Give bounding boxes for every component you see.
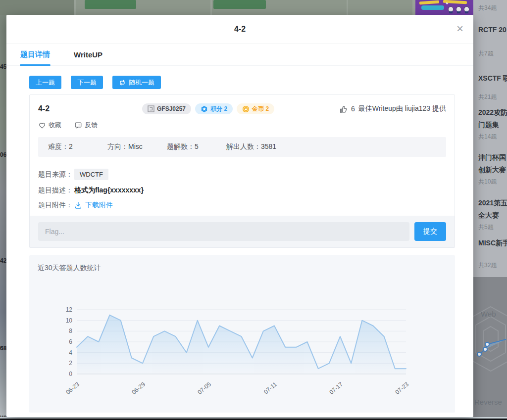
promo-character xyxy=(448,6,454,12)
stat-category: 方向：Misc xyxy=(107,142,167,151)
background-card xyxy=(348,0,412,15)
tab-writeup[interactable]: WriteUP xyxy=(73,44,103,65)
favorite-button[interactable]: 收藏 xyxy=(38,121,61,130)
promo-card-thumbnail: ✦ xyxy=(415,0,473,15)
description-value: 格式为flag{xxxxxxxx} xyxy=(74,186,144,195)
writeup-credit-row: 6 最佳Writeup由 liujia123 提供 xyxy=(339,104,446,113)
modal-title: 4-2 xyxy=(234,25,246,34)
writeup-credit: 最佳Writeup由 liujia123 提供 xyxy=(358,104,446,113)
feedback-chat-icon xyxy=(74,121,82,129)
download-icon xyxy=(74,201,82,209)
svg-text:10: 10 xyxy=(66,317,73,324)
challenge-stats-bar: 难度：2 方向：Misc 题解数：5 解出人数：3581 xyxy=(38,137,446,157)
svg-text:07-05: 07-05 xyxy=(196,380,212,396)
source-row: 题目来源： WDCTF xyxy=(38,169,446,180)
like-count: 6 xyxy=(351,105,355,113)
challenge-nav-row: 上一题 下一题 随机一题 xyxy=(29,76,455,89)
svg-text:6: 6 xyxy=(69,338,72,345)
challenge-meta: 题目来源： WDCTF 题目描述： 格式为flag{xxxxxxxx} 题目附件… xyxy=(30,157,455,216)
source-badge: WDCTF xyxy=(74,169,108,180)
thumbs-up-icon[interactable] xyxy=(339,104,348,113)
background-category-sidebar: 共34题RCTF 20共7题XSCTF 联共21题2022攻防门题集共14题津门… xyxy=(473,0,507,277)
sidebar-category-title: RCTF 20 xyxy=(478,26,507,34)
attachment-label: 题目附件： xyxy=(38,201,73,210)
svg-text:07-11: 07-11 xyxy=(262,380,278,395)
flag-submit-strip: 提交 xyxy=(30,216,455,247)
svg-text:07-23: 07-23 xyxy=(394,380,410,396)
sidebar-category-count: 共5题 xyxy=(478,223,507,232)
promo-character xyxy=(464,6,469,12)
stat-writeups: 题解数：5 xyxy=(167,142,226,151)
background-text-fragment: 68 xyxy=(0,345,6,352)
source-label: 题目来源： xyxy=(38,170,73,179)
challenge-code-badge: GFSJ0257 xyxy=(142,103,191,114)
sidebar-category-title: 创新大赛 xyxy=(478,166,507,175)
prev-question-button[interactable]: 上一题 xyxy=(29,76,61,89)
sidebar-category-count: 共34题 xyxy=(478,4,507,12)
tab-bar: 题目详情 WriteUP xyxy=(6,44,473,66)
background-category-panel: Web Reverse xyxy=(473,277,507,417)
score-hexagon-icon xyxy=(201,105,208,113)
sidebar-category-title: XSCTF 联 xyxy=(478,74,507,83)
modal-header: 4-2 × xyxy=(6,15,473,44)
panel-label-web: Web xyxy=(481,310,496,318)
svg-text:4: 4 xyxy=(69,349,72,356)
background-green-banner xyxy=(213,0,266,9)
flag-input[interactable] xyxy=(38,222,409,241)
modal-body: 上一题 下一题 随机一题 4-2 xyxy=(6,66,473,413)
panel-label-reverse: Reverse xyxy=(474,398,502,406)
sidebar-category-title: 全大赛 xyxy=(478,211,507,220)
svg-text:06-29: 06-29 xyxy=(130,380,147,396)
download-attachment-link[interactable]: 下载附件 xyxy=(74,201,113,210)
challenge-detail-modal: 4-2 × 题目详情 WriteUP 上一题 下一题 随机一题 4-2 xyxy=(6,15,473,417)
background-text-fragment: 06 xyxy=(0,151,6,158)
background-text-fragment: 45 xyxy=(0,63,6,70)
sidebar-category-title: 2022攻防 xyxy=(478,108,507,117)
background-left-strip: 45064268ye xyxy=(0,15,6,417)
sidebar-category-title: 门题集 xyxy=(478,121,507,130)
score-badge: 积分 2 xyxy=(195,103,233,114)
gfsj-logo-icon xyxy=(148,105,154,112)
svg-text:07-17: 07-17 xyxy=(328,380,344,396)
next-question-button[interactable]: 下一题 xyxy=(71,76,103,89)
svg-text:06-23: 06-23 xyxy=(64,380,81,396)
solvers-area-chart: 02468101206-2306-2907-0507-1107-1707-23 xyxy=(38,284,455,408)
heart-icon xyxy=(38,121,46,129)
sidebar-category-title: MISC新手 xyxy=(478,239,507,248)
svg-text:0: 0 xyxy=(69,371,72,377)
close-icon[interactable]: × xyxy=(456,23,463,35)
background-top-strip: ✦ xyxy=(0,0,473,15)
description-label: 题目描述： xyxy=(38,186,73,195)
random-question-label: 随机一题 xyxy=(129,78,154,87)
sidebar-category-title: 津门杯国 xyxy=(478,153,507,162)
chart-title: 近30天答题人数统计 xyxy=(38,264,455,273)
stat-solvers: 解出人数：3581 xyxy=(226,142,286,151)
challenge-header: 4-2 GFSJ0257 xyxy=(30,95,455,130)
sidebar-category-count: 共32题 xyxy=(478,261,507,270)
shuffle-icon xyxy=(119,79,126,86)
feedback-button[interactable]: 反馈 xyxy=(74,121,98,130)
challenge-info-card: 4-2 GFSJ0257 xyxy=(29,94,455,248)
random-question-button[interactable]: 随机一题 xyxy=(112,76,161,89)
node-graph-icon xyxy=(474,330,507,365)
sidebar-category-count: 共14题 xyxy=(478,133,507,141)
svg-text:12: 12 xyxy=(66,306,73,313)
attachment-row: 题目附件： 下载附件 xyxy=(38,201,446,210)
sidebar-category-count: 共7题 xyxy=(478,49,507,58)
stat-difficulty: 难度：2 xyxy=(48,142,107,151)
promo-character xyxy=(456,6,461,12)
coin-badge: 金币 2 xyxy=(237,103,274,114)
submit-flag-button[interactable]: 提交 xyxy=(414,222,446,241)
coin-icon xyxy=(242,105,250,113)
description-row: 题目描述： 格式为flag{xxxxxxxx} xyxy=(38,186,446,195)
svg-text:8: 8 xyxy=(69,327,72,334)
solver-stats-card: 近30天答题人数统计 02468101206-2306-2907-0507-11… xyxy=(29,255,455,413)
sparkle-icon: ✦ xyxy=(445,1,449,6)
promo-title-art xyxy=(419,0,439,5)
challenge-name: 4-2 xyxy=(38,104,142,113)
sidebar-category-count: 共10题 xyxy=(478,178,507,186)
background-card xyxy=(0,0,74,15)
sidebar-category-count: 共21题 xyxy=(478,93,507,101)
tab-challenge-details[interactable]: 题目详情 xyxy=(20,44,51,65)
svg-text:2: 2 xyxy=(69,360,72,367)
